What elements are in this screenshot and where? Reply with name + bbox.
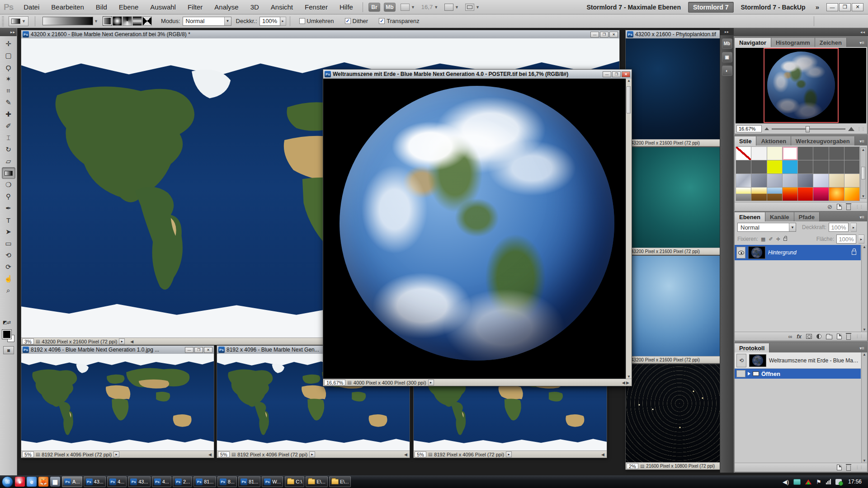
small1-canvas[interactable] (21, 354, 214, 450)
expand-dock-button[interactable]: ▸▸ (720, 28, 734, 35)
navigator-zoom-field[interactable]: 16.67% (736, 125, 762, 132)
zoom-percent-field[interactable]: 16,67% (324, 380, 345, 385)
zoom-percent-field[interactable]: 5% (415, 451, 426, 457)
blend-mode-dropdown[interactable]: Normal▼ (183, 17, 231, 26)
delete-layer-icon[interactable] (846, 334, 851, 340)
eyedropper-tool[interactable]: ✎ (2, 97, 15, 108)
style-swatch-27[interactable] (767, 188, 782, 201)
panel-menu-icon[interactable]: ▾≡ (859, 139, 867, 145)
taskbar-window-5[interactable]: Ps4... (152, 476, 171, 487)
layers-scrollbar[interactable]: ▲▼ (861, 245, 867, 332)
healing-brush-tool[interactable]: ✚ (2, 108, 15, 120)
style-swatch-7[interactable] (829, 147, 844, 160)
scrollbar-thumb[interactable] (627, 86, 631, 113)
zoom-percent-field[interactable]: 5% (218, 451, 230, 457)
tab-ebenen[interactable]: Ebenen (735, 212, 765, 221)
app-restore-button[interactable]: ❐ (839, 3, 851, 11)
tab-pfade[interactable]: Pfade (794, 212, 820, 221)
layer-row-hintergrund[interactable]: Hintergrund (735, 245, 861, 260)
taskbar-window-2[interactable]: Ps43... (84, 476, 106, 487)
new-group-icon[interactable] (826, 335, 832, 339)
angle-gradient-button[interactable] (123, 16, 132, 26)
doc-minimize-button[interactable]: — (590, 32, 599, 38)
menu-datei[interactable]: Datei (18, 0, 45, 14)
layer-mask-icon[interactable] (806, 334, 812, 339)
orbit-3d-tool[interactable]: ⟳ (2, 261, 15, 273)
checkbox-dither[interactable]: Dither (345, 18, 368, 24)
marquee-tool[interactable]: ▢ (2, 50, 15, 61)
opacity-spinner[interactable]: ▸ (280, 17, 286, 26)
layer-style-icon[interactable]: fx (797, 333, 802, 340)
firefox-icon[interactable]: 🦊 (38, 477, 48, 487)
style-swatch-21[interactable] (798, 174, 813, 187)
scroll-left-icon[interactable]: ◀ (404, 452, 409, 457)
view-extras-button[interactable]: ▼ (401, 4, 415, 11)
layer-blend-mode-dropdown[interactable]: Normal▼ (737, 223, 796, 232)
swap-colors-icon[interactable]: ◩⇄ (3, 320, 11, 325)
action-center-flag-icon[interactable]: ⚑ (816, 479, 821, 485)
zoom-out-icon[interactable] (764, 127, 769, 130)
resize-grip[interactable]: ⋮⋮ (855, 205, 863, 209)
menu-bild[interactable]: Bild (90, 0, 113, 14)
style-swatch-18[interactable] (751, 174, 766, 187)
taskbar-window-1[interactable]: PsA... (62, 476, 82, 487)
app-minimize-button[interactable]: — (826, 3, 838, 11)
flaeche-spinner[interactable]: ▸ (859, 235, 864, 244)
panel-icon-adjustments[interactable]: ◐ (722, 66, 732, 76)
status-flyout-button[interactable]: ▸ (119, 338, 125, 344)
style-swatch-31[interactable] (829, 188, 844, 201)
history-brush-source-box[interactable] (736, 370, 745, 377)
linear-gradient-button[interactable] (103, 16, 112, 26)
style-swatch-14[interactable] (813, 160, 828, 174)
clear-style-icon[interactable]: ⊘ (827, 203, 832, 210)
scroll-down-icon[interactable]: ▼ (862, 194, 865, 198)
zoom-percent-field[interactable]: 2% (627, 463, 638, 469)
taskbar-explorer-3[interactable]: E\... (329, 476, 351, 487)
style-swatch-12[interactable] (783, 160, 797, 174)
pen-tool[interactable]: ✒ (2, 202, 15, 214)
scroll-down-icon[interactable]: ▼ (627, 375, 631, 379)
doc-restore-button[interactable]: ❐ (612, 71, 621, 77)
style-swatch-15[interactable] (829, 160, 844, 174)
menu-bearbeiten[interactable]: Bearbeiten (45, 0, 90, 14)
resize-grip[interactable]: ⋮⋮ (855, 465, 863, 469)
style-swatch-5[interactable] (798, 147, 813, 160)
tab-zeichen[interactable]: Zeichen (815, 38, 847, 47)
reflected-gradient-button[interactable] (132, 16, 142, 26)
menu-filter[interactable]: Filter (182, 0, 208, 14)
chevron-down-icon[interactable]: ▼ (94, 19, 98, 23)
history-brush-source-box[interactable]: ⟲ (736, 354, 746, 367)
menu-ebene[interactable]: Ebene (113, 0, 144, 14)
start-button[interactable]: ⊞ (2, 476, 13, 488)
burn-tool[interactable]: ⚲ (2, 191, 15, 202)
style-swatch-24[interactable] (844, 174, 859, 187)
tab-kanaele[interactable]: Kanäle (765, 212, 794, 221)
panel-menu-icon[interactable]: ▾≡ (859, 346, 867, 352)
scroll-left-icon[interactable]: ◀ (130, 339, 135, 344)
dock-header[interactable]: ◂◂ (734, 28, 868, 36)
taskbar-window-6[interactable]: Ps2... (173, 476, 192, 487)
panel-menu-icon[interactable]: ▾≡ (859, 215, 867, 221)
strip1-canvas[interactable] (626, 38, 733, 139)
checkbox-umkehren[interactable]: Umkehren (299, 18, 334, 24)
status-flyout-button[interactable]: ▸ (506, 451, 512, 457)
grip-handle[interactable] (2, 16, 4, 26)
doc-restore-button[interactable]: ❐ (194, 347, 203, 353)
taskbar-explorer-2[interactable]: E\... (306, 476, 328, 487)
brush-tool[interactable]: ✐ (2, 120, 15, 132)
foreground-color-swatch[interactable] (2, 330, 11, 339)
lasso-tool[interactable]: Ϙ (2, 61, 15, 73)
zoom-percent-field[interactable]: 3% (22, 338, 34, 344)
app-close-button[interactable]: ✕ (852, 3, 863, 11)
workspace-overflow-chevron[interactable]: » (816, 3, 819, 11)
scroll-down-icon[interactable]: ▼ (863, 459, 866, 463)
shape-tool[interactable]: ▭ (2, 238, 15, 249)
layer-name[interactable]: Hintergrund (768, 249, 849, 256)
scroll-up-icon[interactable]: ▲ (863, 352, 866, 357)
delete-state-icon[interactable] (846, 465, 851, 471)
doc-restore-button[interactable]: ❐ (600, 32, 609, 38)
taskbar-window-9[interactable]: Ps81... (238, 476, 260, 487)
tab-histogramm[interactable]: Histogramm (771, 38, 815, 47)
scroll-left-icon[interactable]: ◀ (601, 452, 606, 457)
new-style-icon[interactable] (837, 204, 842, 210)
